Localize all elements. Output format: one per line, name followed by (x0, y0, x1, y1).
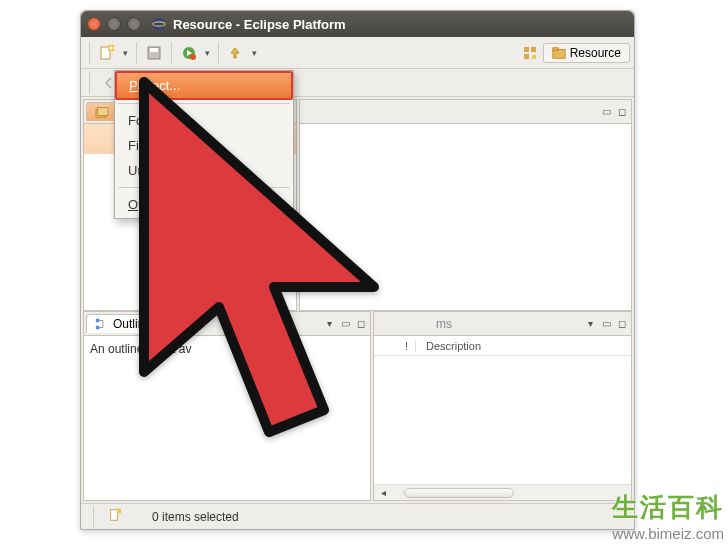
svg-rect-18 (111, 510, 118, 521)
titlebar: Resource - Eclipse Platform (81, 11, 634, 37)
tutorial-cursor-overlay (124, 72, 404, 452)
maximize-icon[interactable]: ◻ (615, 317, 629, 331)
main-toolbar: ▾ ▾ ▾ Resource (81, 37, 634, 69)
new-button[interactable] (96, 42, 118, 64)
run-button[interactable] (178, 42, 200, 64)
status-selection: 0 items selected (152, 510, 239, 524)
svg-point-7 (190, 54, 196, 60)
svg-rect-10 (524, 54, 529, 59)
window-close-button[interactable] (87, 17, 101, 31)
minimize-icon[interactable]: ▭ (599, 317, 613, 331)
svg-rect-13 (553, 47, 558, 50)
svg-rect-8 (524, 47, 529, 52)
tasks-header-row: ! Description (374, 336, 631, 356)
search-dropdown[interactable]: ▾ (249, 48, 259, 58)
window-title: Resource - Eclipse Platform (173, 17, 346, 32)
view-menu-icon[interactable]: ▾ (583, 317, 597, 331)
open-perspective-button[interactable] (519, 42, 541, 64)
window-minimize-button[interactable] (107, 17, 121, 31)
svg-rect-19 (117, 509, 121, 513)
tasks-hscroll[interactable]: ◂ (374, 484, 631, 500)
resource-icon (552, 46, 566, 60)
svg-rect-15 (98, 108, 109, 116)
svg-rect-5 (150, 48, 158, 52)
tasks-view: ms ▾ ▭ ◻ ! Description ◂ (373, 311, 632, 501)
toolbar2-handle[interactable] (89, 72, 90, 94)
svg-rect-16 (96, 319, 100, 323)
status-bar: 0 items selected (81, 503, 634, 529)
editor-minimize-icon[interactable]: ▭ (599, 105, 613, 119)
svg-rect-17 (96, 326, 100, 330)
new-dropdown[interactable]: ▾ (120, 48, 130, 58)
perspective-resource[interactable]: Resource (543, 43, 630, 63)
save-button[interactable] (143, 42, 165, 64)
scroll-thumb[interactable] (404, 488, 514, 498)
col-description[interactable]: Description (416, 340, 631, 352)
editor-maximize-icon[interactable]: ◻ (615, 105, 629, 119)
svg-rect-11 (532, 55, 536, 59)
fastview-icon[interactable] (108, 508, 122, 525)
window-maximize-button[interactable] (127, 17, 141, 31)
outline-icon (95, 317, 109, 331)
eclipse-icon (151, 16, 167, 32)
folder-stack-icon (95, 105, 109, 119)
search-button[interactable] (225, 42, 247, 64)
run-dropdown[interactable]: ▾ (202, 48, 212, 58)
toolbar-handle[interactable] (89, 42, 90, 64)
svg-point-0 (153, 18, 165, 30)
tasks-body: ! Description (374, 336, 631, 484)
perspective-label: Resource (570, 46, 621, 60)
scroll-left-icon[interactable]: ◂ (376, 486, 390, 500)
svg-rect-9 (531, 47, 536, 52)
